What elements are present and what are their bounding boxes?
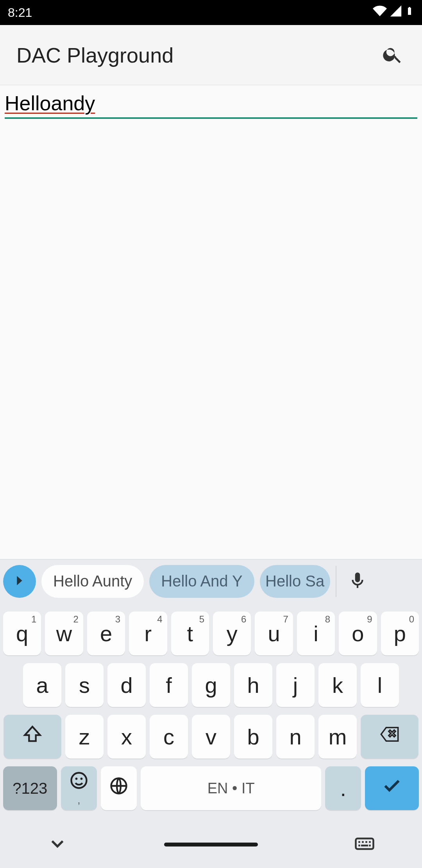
key-m[interactable]: m (318, 715, 357, 759)
svg-point-0 (71, 773, 86, 788)
key-n[interactable]: n (276, 715, 315, 759)
key-z[interactable]: z (65, 715, 104, 759)
key-t[interactable]: t5 (171, 612, 209, 655)
main-text-input[interactable] (5, 88, 417, 119)
suggestion-label: Hello And Y (161, 572, 242, 590)
expand-suggestions-button[interactable] (3, 565, 36, 598)
key-alt: 8 (325, 614, 330, 625)
key-sub: , (77, 794, 80, 806)
space-key[interactable]: EN • IT (141, 766, 321, 810)
check-icon (382, 776, 402, 801)
key-label: . (340, 776, 346, 801)
key-label: x (121, 724, 132, 750)
emoji-key[interactable]: , (61, 766, 97, 810)
key-label: n (289, 724, 301, 750)
key-alt: 1 (31, 614, 36, 625)
switch-keyboard-button[interactable] (354, 833, 375, 856)
backspace-key[interactable] (361, 715, 418, 759)
key-label: g (205, 673, 217, 698)
key-label: a (36, 673, 48, 698)
suggestion-chip[interactable]: Hello Sa (260, 565, 330, 598)
key-y[interactable]: y6 (213, 612, 251, 655)
key-label: o (352, 621, 364, 646)
status-icons (373, 4, 414, 22)
key-q[interactable]: q1 (3, 612, 41, 655)
key-e[interactable]: e3 (87, 612, 125, 655)
key-c[interactable]: c (150, 715, 188, 759)
key-label: b (247, 724, 259, 750)
key-alt: 0 (409, 614, 414, 625)
key-p[interactable]: p0 (381, 612, 419, 655)
suggestion-row: Hello Aunty Hello And Y Hello Sa (0, 559, 422, 603)
key-w[interactable]: w2 (45, 612, 83, 655)
key-i[interactable]: i8 (297, 612, 335, 655)
backspace-icon (379, 724, 400, 750)
key-g[interactable]: g (192, 663, 230, 707)
key-v[interactable]: v (192, 715, 230, 759)
shift-key[interactable] (4, 715, 61, 759)
key-a[interactable]: a (23, 663, 61, 707)
nav-bar (0, 821, 422, 868)
key-label: u (268, 621, 280, 646)
key-h[interactable]: h (234, 663, 272, 707)
key-label: i (313, 621, 318, 646)
key-u[interactable]: u7 (255, 612, 293, 655)
soft-keyboard: Hello Aunty Hello And Y Hello Sa q1 w2 e… (0, 559, 422, 868)
svg-point-2 (80, 778, 82, 780)
suggestion-chip[interactable]: Hello And Y (149, 565, 254, 598)
status-clock: 8:21 (8, 5, 32, 20)
chevron-right-icon (12, 573, 27, 590)
suggestion-chip[interactable]: Hello Aunty (41, 565, 144, 598)
key-s[interactable]: s (65, 663, 104, 707)
key-row-3: z x c v b n m (3, 715, 419, 759)
key-f[interactable]: f (150, 663, 188, 707)
language-key[interactable] (101, 766, 137, 810)
voice-input-button[interactable] (342, 566, 373, 597)
key-row-1: q1 w2 e3 r4 t5 y6 u7 i8 o9 p0 (3, 612, 419, 655)
key-j[interactable]: j (276, 663, 315, 707)
svg-point-1 (75, 778, 77, 780)
search-button[interactable] (379, 41, 406, 69)
key-label: EN • IT (207, 780, 255, 797)
key-rows: q1 w2 e3 r4 t5 y6 u7 i8 o9 p0 a s d f g … (0, 603, 422, 821)
key-label: m (329, 724, 347, 750)
key-alt: 4 (157, 614, 162, 625)
key-alt: 2 (73, 614, 78, 625)
globe-icon (109, 776, 129, 801)
key-o[interactable]: o9 (339, 612, 377, 655)
key-label: e (100, 621, 112, 646)
nav-pill[interactable] (164, 843, 258, 846)
key-label: f (166, 673, 172, 698)
keyboard-icon (354, 849, 375, 855)
hide-keyboard-button[interactable] (47, 833, 68, 856)
key-alt: 3 (115, 614, 120, 625)
key-label: r (145, 621, 152, 646)
key-label: t (187, 621, 193, 646)
symbols-key[interactable]: ?123 (3, 766, 57, 810)
input-area (0, 85, 422, 119)
content-blank (0, 119, 422, 549)
key-r[interactable]: r4 (129, 612, 167, 655)
key-d[interactable]: d (107, 663, 146, 707)
enter-key[interactable] (365, 766, 419, 810)
key-alt: 9 (367, 614, 372, 625)
key-label: y (227, 621, 238, 646)
key-label: p (394, 621, 406, 646)
search-icon (382, 43, 404, 67)
wifi-icon (373, 4, 387, 21)
key-row-4: ?123 , EN • IT . (3, 766, 419, 810)
key-x[interactable]: x (107, 715, 146, 759)
divider (336, 566, 336, 597)
emoji-icon (69, 770, 89, 796)
key-label: c (163, 724, 174, 750)
key-label: ?123 (13, 780, 47, 797)
key-alt: 6 (241, 614, 246, 625)
key-label: d (120, 673, 132, 698)
key-k[interactable]: k (318, 663, 357, 707)
svg-rect-4 (356, 839, 374, 849)
key-l[interactable]: l (361, 663, 399, 707)
key-b[interactable]: b (234, 715, 272, 759)
key-label: q (16, 621, 28, 646)
period-key[interactable]: . (325, 766, 361, 810)
suggestion-label: Hello Aunty (53, 572, 132, 590)
